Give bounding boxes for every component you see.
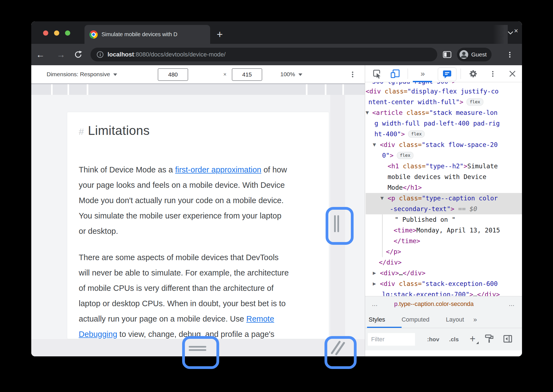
toolbar-divider [461, 69, 461, 79]
dimensions-select[interactable]: Dimensions: Responsive [47, 65, 117, 83]
elements-breadcrumb-bar: … p.type--caption.color-seconda … [365, 296, 522, 311]
side-panel-icon[interactable] [441, 44, 453, 65]
elements-tree-row[interactable]: <time>Monday, April 13, 2015 [366, 225, 522, 236]
elements-tree-row[interactable]: </time> [366, 236, 522, 246]
profile-name: Guest [471, 51, 487, 58]
toggle-hover-state-button[interactable]: :hov [427, 336, 439, 343]
ruler-segment [31, 84, 51, 95]
device-toolbar-toggle-icon[interactable] [389, 65, 401, 82]
page-content-card: #Limitations Think of Device Mode as a f… [67, 112, 329, 339]
ruler-segment [307, 84, 325, 95]
elements-tree-row[interactable]: <h1 class="type--h2">Simulate [366, 161, 522, 172]
elements-tree-row[interactable]: ▼<article class="stack measure-lon [366, 107, 522, 118]
expand-arrow-open-icon[interactable]: ▼ [380, 193, 384, 204]
expand-arrow-closed-icon[interactable]: ▶ [373, 279, 376, 289]
toggle-sidebar-icon[interactable] [503, 335, 512, 344]
page-title: #Limitations [79, 123, 316, 138]
viewport-height-input[interactable] [232, 68, 262, 81]
expand-arrow-closed-icon[interactable]: ▶ [373, 268, 376, 279]
chat-bubble-icon [442, 70, 452, 79]
elements-tree-row[interactable]: -secondary-text"> == $0 [366, 204, 522, 214]
flex-badge[interactable]: flex [397, 152, 414, 159]
elements-tree-row[interactable]: mobile devices with Device [366, 172, 522, 182]
elements-tree-row[interactable]: ht-400">flex [366, 129, 522, 140]
browser-toolbar: ← → localhost:8080/docs/devtools/device-… [31, 44, 522, 65]
emulated-viewport: #Limitations Think of Device Mode as a f… [31, 95, 365, 339]
tab-title-fade [493, 25, 508, 44]
elements-tree-row[interactable]: ntent-center width-full">flex [366, 97, 522, 107]
new-tab-button[interactable]: + [217, 26, 223, 42]
new-style-rule-button[interactable]: + [470, 333, 475, 345]
tab-styles[interactable]: Styles [369, 316, 385, 323]
elements-tree-row[interactable]: ▶<div class="stack-exception-600 [366, 279, 522, 289]
rendering-emulation-icon[interactable] [485, 334, 494, 345]
forward-icon[interactable]: → [55, 44, 67, 65]
chevron-down-icon [298, 73, 302, 76]
elements-tree-row[interactable]: ▼<div class="stack flow-space-20 [366, 140, 522, 150]
ruler-segment [69, 84, 87, 95]
close-devtools-icon[interactable] [506, 65, 518, 82]
settings-gear-icon[interactable] [467, 65, 479, 82]
mac-close-button[interactable] [43, 30, 48, 36]
zoom-select[interactable]: 100% [280, 65, 302, 83]
elements-tree-row[interactable]: Mode</h1> [366, 182, 522, 193]
elements-tree-row[interactable]: lg:stack-exception-700">…</div> [366, 289, 522, 296]
chrome-favicon-icon [89, 30, 98, 39]
browser-menu-icon[interactable] [504, 44, 516, 65]
breadcrumb-selected-item[interactable]: p.type--caption.color-seconda [394, 300, 474, 308]
elements-tree-row[interactable]: -500 lg:pad-right-500"> [366, 82, 522, 86]
devtools-panel: » [365, 65, 522, 356]
elements-tree-row[interactable]: </p> [366, 246, 522, 257]
elements-tree-row[interactable]: ▼<p class="type--caption color [366, 193, 522, 204]
paragraph-1: Think of Device Mode as a first-order ap… [79, 162, 316, 239]
elements-tree-row[interactable]: ▶<div>…</div> [366, 268, 522, 279]
first-order-approximation-link[interactable]: first-order approximation [175, 165, 261, 174]
feedback-button[interactable] [438, 67, 456, 81]
devtools-menu-icon[interactable] [487, 65, 499, 82]
profile-chip[interactable]: Guest [457, 48, 492, 61]
styles-filter-bar: :hov .cls + [365, 328, 522, 350]
tab-strip: Simulate mobile devices with D × + [31, 21, 522, 44]
device-mode-toolbar: Dimensions: Responsive × 100% [31, 65, 365, 83]
tab-computed[interactable]: Computed [402, 316, 430, 323]
expand-arrow-open-icon[interactable]: ▼ [366, 107, 369, 118]
heading-anchor-hash[interactable]: # [79, 126, 84, 137]
elements-tree-row[interactable]: 0">flex [366, 150, 522, 161]
annotation-bottom-handle [182, 336, 219, 369]
toolbar-divider [408, 69, 408, 79]
more-style-tabs-icon[interactable]: » [473, 316, 477, 323]
reload-icon[interactable] [72, 44, 84, 65]
elements-tree-row[interactable]: g width-full pad-left-400 pad-rig [366, 118, 522, 129]
flex-badge[interactable]: flex [467, 98, 483, 106]
viewport-width-input[interactable] [158, 68, 188, 81]
flex-badge[interactable]: flex [408, 130, 425, 138]
inspect-element-icon[interactable] [371, 65, 383, 82]
guest-avatar-icon [459, 50, 469, 59]
url-text: localhost:8080/docs/devtools/device-mode… [108, 51, 225, 58]
corner-triangle-icon [476, 342, 479, 344]
back-icon[interactable]: ← [34, 44, 46, 65]
device-toolbar-menu-icon[interactable] [352, 71, 353, 79]
browser-tab[interactable]: Simulate mobile devices with D [84, 25, 210, 44]
corner-resize-handle-icon[interactable] [325, 336, 351, 363]
tab-search-chevron-icon[interactable] [507, 31, 514, 36]
breadcrumb-overflow-right[interactable]: … [509, 300, 515, 308]
styles-tab-underline [367, 327, 402, 328]
tab-layout[interactable]: Layout [446, 316, 464, 323]
elements-tree-row[interactable]: <div class="display-flex justify-co [366, 86, 522, 97]
device-width-ruler [31, 83, 365, 96]
styles-filter-input[interactable] [368, 333, 415, 346]
more-panel-tabs-button[interactable]: » [417, 65, 429, 82]
elements-tree-row[interactable]: </div> [366, 257, 522, 268]
elements-tree-row[interactable]: " Published on " [366, 214, 522, 225]
chevron-down-icon [113, 73, 117, 76]
breadcrumb-overflow-left[interactable]: … [372, 300, 378, 308]
address-bar[interactable]: localhost:8080/docs/devtools/device-mode… [91, 48, 437, 61]
site-info-icon[interactable] [97, 51, 104, 58]
expand-arrow-open-icon[interactable]: ▼ [373, 140, 376, 150]
mac-minimize-button[interactable] [54, 30, 59, 36]
tab-close-icon[interactable]: × [514, 21, 518, 40]
tab-title: Simulate mobile devices with D [101, 31, 192, 38]
toggle-class-button[interactable]: .cls [449, 336, 459, 343]
mac-zoom-button[interactable] [65, 30, 70, 36]
